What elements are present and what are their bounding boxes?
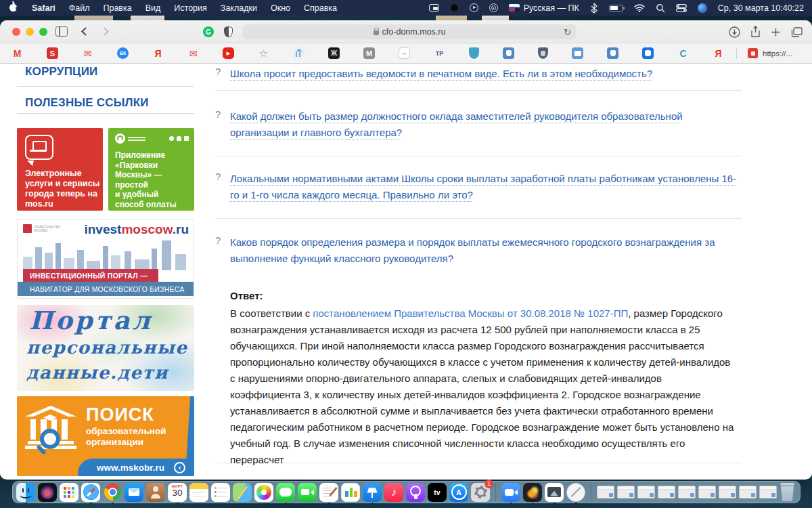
metro-m-favicon[interactable]: M xyxy=(363,47,375,59)
dock-shottr-icon[interactable] xyxy=(566,483,585,502)
minimized-window-thumbnail[interactable] xyxy=(617,486,635,499)
reload-icon[interactable]: ↻ xyxy=(564,27,571,37)
minimized-window-thumbnail[interactable] xyxy=(597,486,614,499)
justice-scales-favicon[interactable]: Ж xyxy=(328,47,340,59)
new-tab-icon[interactable] xyxy=(771,27,781,37)
yandex-favicon[interactable]: Я xyxy=(152,47,164,59)
trash-icon[interactable] xyxy=(780,483,795,501)
dock-maps-icon[interactable] xyxy=(233,483,252,502)
dock-mail-icon[interactable] xyxy=(125,483,143,502)
youtube-favicon[interactable]: ▶ xyxy=(223,47,234,59)
tr-logo-favicon[interactable]: ТР xyxy=(434,47,445,59)
dock-music-icon[interactable] xyxy=(384,483,403,502)
emblem-blue-favicon[interactable] xyxy=(503,47,514,59)
share-icon[interactable] xyxy=(750,26,761,38)
waves-icon[interactable] xyxy=(489,3,498,12)
minimized-window-thumbnail[interactable] xyxy=(678,486,696,499)
address-bar[interactable]: cfo-donm.mos.ru ↻ xyxy=(242,24,577,39)
bookmark-star-favicon[interactable]: ☆ xyxy=(258,47,269,59)
tab-overview-icon[interactable] xyxy=(791,27,803,37)
dock-mission-icon[interactable] xyxy=(38,483,57,502)
minimize-window-button[interactable] xyxy=(26,28,34,36)
shield-teal-favicon[interactable] xyxy=(469,47,479,59)
bluetooth-icon[interactable] xyxy=(590,3,598,14)
faq-question-link[interactable]: Локальными нормативными актами Школы сро… xyxy=(230,171,739,203)
dock-zoomapp-icon[interactable] xyxy=(501,483,520,502)
dock-safari-icon[interactable] xyxy=(81,483,100,502)
dock-reminders-icon[interactable] xyxy=(211,483,230,502)
yandex-2-favicon[interactable]: Я xyxy=(713,47,724,59)
display-icon[interactable] xyxy=(429,4,439,12)
minimized-window-thumbnail[interactable] xyxy=(658,486,675,499)
dock-photos-icon[interactable] xyxy=(254,483,273,502)
sidebar-heading-links[interactable]: ПОЛЕЗНЫЕ ССЫЛКИ xyxy=(25,96,149,110)
menu-item-окно[interactable]: Окно xyxy=(264,3,297,13)
answer-link[interactable]: постановлением Правительства Москвы от 3… xyxy=(313,308,628,319)
faq-question-link[interactable]: Каков порядок определения размера и поря… xyxy=(230,234,739,267)
apple-logo-icon[interactable] xyxy=(9,4,17,12)
dock-podcasts-icon[interactable] xyxy=(406,483,425,502)
dock-chrome-icon[interactable] xyxy=(103,483,122,502)
menu-item-справка[interactable]: Справка xyxy=(297,3,344,13)
downloads-icon[interactable] xyxy=(729,26,740,38)
dock-keys-icon[interactable] xyxy=(523,483,542,502)
c-logo-favicon[interactable]: C xyxy=(677,47,689,59)
banner-personal-data[interactable]: Портал персональные данные.дети xyxy=(17,305,194,391)
dock-appstore-icon[interactable] xyxy=(449,483,468,502)
dock-settings-icon[interactable]: 1 xyxy=(471,483,490,502)
record-icon[interactable] xyxy=(450,3,459,12)
play-icon[interactable] xyxy=(470,3,478,12)
mail-envelope-2-favicon[interactable]: ✉ xyxy=(187,47,199,59)
dock-keynote-icon[interactable] xyxy=(363,483,382,502)
emblem-blue-2-favicon[interactable] xyxy=(607,47,618,59)
menu-bar-clock[interactable]: Ср, 30 марта 10:40:22 xyxy=(718,3,804,13)
privacy-shield-icon[interactable] xyxy=(224,26,233,37)
minimized-window-thumbnail[interactable] xyxy=(637,486,655,499)
minimized-window-thumbnail[interactable] xyxy=(739,486,757,499)
smotrim-favicon[interactable]: S xyxy=(47,47,58,59)
menu-item-файл[interactable]: Файл xyxy=(62,3,97,13)
banner-parking[interactable]: Приложение «Парковки Москвы» — простой и… xyxy=(108,128,194,211)
document-favicon[interactable]: – xyxy=(399,47,410,59)
dock-notes-icon[interactable] xyxy=(189,483,208,502)
dock-screenshot-icon[interactable] xyxy=(545,483,564,502)
dock-tv-icon[interactable]: tv xyxy=(428,483,447,502)
menu-item-история[interactable]: История xyxy=(167,3,213,13)
dock-textedit-icon[interactable] xyxy=(319,483,338,502)
banner-mosru[interactable]: Электронные услуги и сервисы города тепе… xyxy=(17,128,103,211)
faq-question-link[interactable]: Школа просит предоставить ведомости в пе… xyxy=(230,66,739,82)
close-window-button[interactable] xyxy=(12,28,20,36)
control-center-icon[interactable] xyxy=(676,4,687,12)
menu-item-вид[interactable]: Вид xyxy=(139,3,168,13)
dock-launchpad-icon[interactable] xyxy=(60,483,78,502)
banner-investmoscow[interactable]: ПРАВИТЕЛЬСТВО МОСКВЫ investmoscow.ru ИНВ… xyxy=(17,219,194,299)
gallery-blue-favicon[interactable] xyxy=(572,47,583,59)
mail-envelope-favicon[interactable]: ✉ xyxy=(82,47,93,59)
menu-item-закладки[interactable]: Закладки xyxy=(214,3,264,13)
sidebar-toggle-icon[interactable] xyxy=(55,26,68,37)
wifi-icon[interactable] xyxy=(634,4,645,12)
dock-stocks-icon[interactable] xyxy=(341,483,360,502)
app-blue-favicon[interactable] xyxy=(642,47,654,59)
gmail-favicon[interactable]: M xyxy=(12,47,23,59)
faq-question-link[interactable]: Какой должен быть размер должностного ок… xyxy=(230,108,739,141)
dock-calendar-icon[interactable]: МАРТ30 xyxy=(168,483,187,502)
dock-finder-icon[interactable] xyxy=(16,483,35,502)
grammarly-extension-icon[interactable]: G xyxy=(203,26,214,37)
menu-item-safari[interactable]: Safari xyxy=(25,3,62,13)
sidebar-heading-corruption[interactable]: КОРРУПЦИИ xyxy=(25,65,98,79)
search-icon[interactable] xyxy=(656,3,665,13)
shield-dark-favicon[interactable] xyxy=(538,47,548,59)
zoom-window-button[interactable] xyxy=(39,28,47,36)
menu-item-правка[interactable]: Правка xyxy=(96,3,138,13)
minimized-window-thumbnail[interactable] xyxy=(719,486,736,499)
bookmark-https[interactable]: https://... xyxy=(748,48,792,58)
minimized-window-thumbnail[interactable] xyxy=(698,486,716,499)
bank-building-favicon[interactable] xyxy=(293,47,304,59)
minimized-window-thumbnail[interactable] xyxy=(759,486,777,499)
dock-contacts-icon[interactable] xyxy=(146,483,165,502)
collapse-arrow-icon[interactable]: ‹ xyxy=(174,462,185,473)
dock-messages-icon[interactable] xyxy=(276,483,295,502)
dock-facetime-icon[interactable] xyxy=(298,483,317,502)
siri-icon[interactable] xyxy=(698,3,707,13)
